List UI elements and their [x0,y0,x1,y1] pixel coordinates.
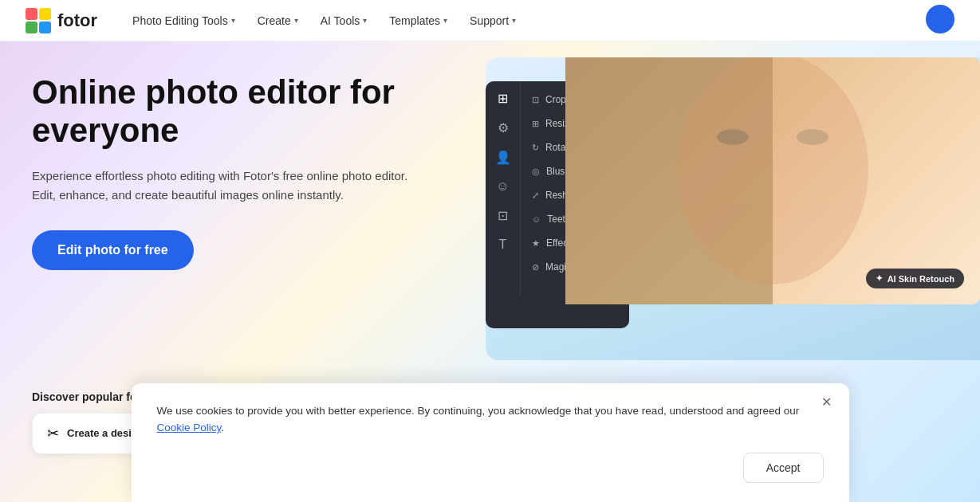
resize-icon: ⊞ [532,119,539,129]
svg-point-6 [797,129,828,145]
panel-grid-icon[interactable]: ⊞ [498,91,508,106]
svg-rect-3 [39,22,51,33]
nav-right [926,5,954,37]
nav-create[interactable]: Create ▾ [248,10,308,32]
logo-text: fotor [57,10,97,31]
chevron-down-icon: ▾ [294,16,298,25]
magic-remove-icon: ⊘ [532,262,539,273]
panel-adjust-icon[interactable]: ⚙ [498,120,509,135]
svg-point-4 [677,57,868,284]
ai-skin-retouch-badge: ✦ AI Skin Retouch [866,269,964,288]
rotate-icon: ↻ [532,143,539,153]
nav-ai-tools[interactable]: AI Tools ▾ [311,10,377,32]
hero-content: Online photo editor for everyone Experie… [32,73,478,270]
hero-title: Online photo editor for everyone [32,73,478,151]
svg-rect-1 [39,8,51,20]
chevron-down-icon: ▾ [512,16,516,25]
cookie-text: We use cookies to provide you with bette… [157,402,824,437]
chevron-down-icon: ▾ [443,16,447,25]
nav-support[interactable]: Support ▾ [460,10,525,32]
svg-rect-2 [26,22,37,33]
panel-face-icon[interactable]: ☺ [496,179,509,194]
effects-icon: ★ [532,238,540,249]
face-svg [565,57,980,304]
panel-type-icon[interactable]: T [499,237,507,252]
nav-links: Photo Editing Tools ▾ Create ▾ AI Tools … [123,10,926,32]
crop-icon: ⊡ [532,95,539,105]
chevron-down-icon: ▾ [363,16,367,25]
blush-icon: ◎ [532,167,540,177]
nav-photo-editing[interactable]: Photo Editing Tools ▾ [123,10,245,32]
cookie-banner: ✕ We use cookies to provide you with bet… [132,383,849,502]
cookie-actions: Accept [157,453,824,483]
cookie-policy-link[interactable]: Cookie Policy [157,422,222,433]
edit-photo-cta-button[interactable]: Edit photo for free [32,230,194,270]
logo[interactable]: fotor [26,8,97,33]
create-design-icon: ✂ [47,425,59,442]
nav-templates[interactable]: Templates ▾ [380,10,457,32]
ai-badge-icon: ✦ [876,273,883,284]
navbar: fotor Photo Editing Tools ▾ Create ▾ AI … [0,0,980,41]
svg-rect-0 [26,8,37,20]
panel-icon-bar: ⊞ ⚙ 👤 ☺ ⊡ T [486,81,521,296]
teeth-icon: ☺ [532,214,541,224]
editor-preview: ⊞ ⚙ 👤 ☺ ⊡ T ⊡ Crop ⊞ Resize [486,57,980,360]
panel-crop-icon[interactable]: ⊡ [498,208,508,223]
svg-point-5 [717,129,749,145]
cookie-accept-button[interactable]: Accept [743,453,824,483]
panel-person-icon[interactable]: 👤 [495,150,511,165]
hero-section: Online photo editor for everyone Experie… [0,41,980,502]
user-avatar-button[interactable] [926,5,954,33]
face-image [565,57,980,304]
reshape-icon: ⤢ [532,190,539,201]
chevron-down-icon: ▾ [231,16,235,25]
photo-preview-area: ✦ AI Skin Retouch [565,57,980,304]
cookie-close-button[interactable]: ✕ [817,393,836,412]
fotor-logo-icon [26,8,51,33]
hero-subtitle: Experience effortless photo editing with… [32,167,415,205]
